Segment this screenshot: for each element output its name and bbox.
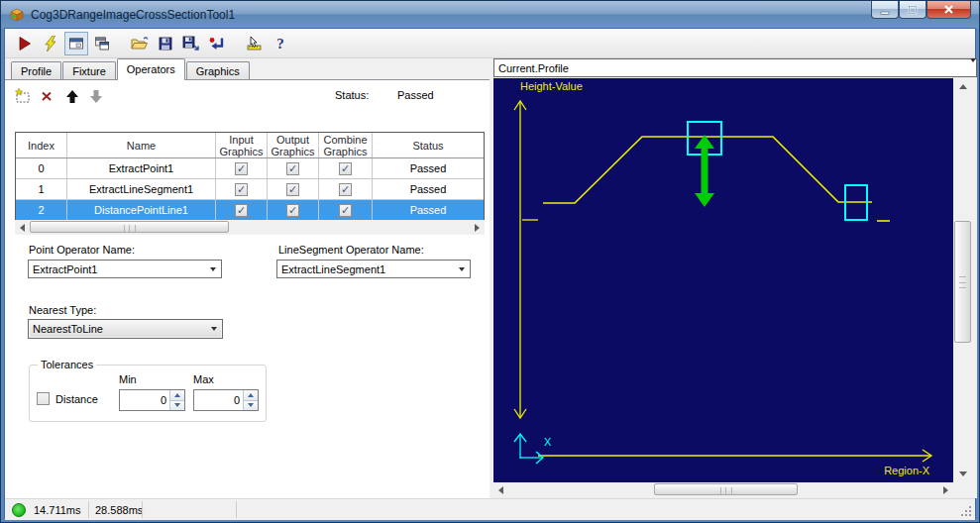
run-button[interactable] <box>13 32 37 55</box>
statusbar-separator <box>88 501 89 518</box>
nearest-type-value: NearestToLine <box>29 323 206 335</box>
combine-graphics-checkbox[interactable]: ✓ <box>339 183 352 196</box>
spin-up-button[interactable] <box>244 390 258 401</box>
maximize-button[interactable] <box>899 1 926 19</box>
minimize-button[interactable] <box>871 1 899 19</box>
row-name: ExtractPoint1 <box>67 158 216 178</box>
scroll-down-arrow[interactable] <box>953 466 973 482</box>
row-name: ExtractLineSegment1 <box>67 179 216 199</box>
linesegment-operator-select[interactable]: ExtractLineSegment1 <box>276 260 471 278</box>
reset-button[interactable] <box>205 32 229 55</box>
tab-operators[interactable]: Operators <box>117 58 185 80</box>
main-toolbar: ? <box>5 29 975 58</box>
distance-arrow[interactable] <box>695 135 714 207</box>
row-status: Passed <box>373 158 484 178</box>
close-button[interactable] <box>926 1 971 19</box>
scroll-thumb[interactable] <box>654 483 798 495</box>
input-graphics-checkbox[interactable]: ✓ <box>235 183 248 196</box>
input-graphics-checkbox[interactable]: ✓ <box>235 162 248 175</box>
min-distance-value: 0 <box>120 390 169 410</box>
combine-graphics-checkbox[interactable]: ✓ <box>339 162 352 175</box>
tolerances-title: Tolerances <box>38 359 96 370</box>
output-graphics-checkbox[interactable]: ✓ <box>286 162 299 175</box>
delete-operator-button[interactable] <box>37 86 56 106</box>
column-header-name[interactable]: Name <box>127 140 156 152</box>
scroll-thumb[interactable] <box>954 221 971 343</box>
run-status-indicator <box>12 503 26 517</box>
scroll-left-arrow[interactable] <box>493 482 508 497</box>
save-as-button[interactable] <box>179 32 203 55</box>
max-distance-value: 0 <box>194 390 243 410</box>
result-window-icon <box>68 36 84 52</box>
open-button[interactable] <box>128 32 152 55</box>
show-result-window-button[interactable] <box>64 32 88 55</box>
scroll-right-arrow[interactable] <box>470 220 485 235</box>
help-icon: ? <box>273 36 287 52</box>
column-header-index[interactable]: Index <box>28 140 54 152</box>
app-icon <box>9 7 25 23</box>
scroll-thumb[interactable] <box>30 221 229 233</box>
add-operator-button[interactable] <box>13 86 33 106</box>
column-header-status[interactable]: Status <box>412 140 443 152</box>
max-distance-spinner[interactable]: 0 <box>193 389 259 411</box>
nearest-type-label: Nearest Type: <box>29 304 96 316</box>
trigger-button[interactable] <box>39 32 62 55</box>
execution-time: 14.711ms <box>34 504 81 516</box>
delete-icon <box>40 89 54 103</box>
profile-plot[interactable]: Height-Value Region-X X <box>493 78 953 482</box>
combine-graphics-checkbox[interactable]: ✓ <box>339 204 352 217</box>
scroll-left-arrow[interactable] <box>15 220 30 235</box>
output-graphics-checkbox[interactable]: ✓ <box>286 204 299 217</box>
output-graphics-checkbox[interactable]: ✓ <box>286 183 299 196</box>
titlebar[interactable]: Cog3DRangeImageCrossSectionTool1 <box>1 1 979 29</box>
new-operator-icon <box>15 88 31 104</box>
status-bar: 14.711ms 28.588ms <box>5 498 975 520</box>
table-row[interactable]: 0 ExtractPoint1 ✓ ✓ ✓ Passed <box>16 158 484 179</box>
minimize-icon <box>879 4 891 16</box>
run-icon <box>17 36 33 52</box>
profile-record-select[interactable]: Current.Profile <box>493 58 977 77</box>
point-operator-select[interactable]: ExtractPoint1 <box>28 260 222 278</box>
column-header-input-graphics[interactable]: Input Graphics <box>219 134 263 157</box>
table-h-scrollbar[interactable] <box>15 220 485 235</box>
table-row-selected[interactable]: 2 DistancePointLine1 ✓ ✓ ✓ Passed <box>16 200 484 221</box>
plot-v-scrollbar[interactable] <box>953 78 973 482</box>
help-button[interactable]: ? <box>269 32 292 55</box>
scroll-right-arrow[interactable] <box>938 482 953 497</box>
move-operator-up-button[interactable] <box>62 86 82 106</box>
open-folder-icon <box>131 36 149 52</box>
spin-up-button[interactable] <box>170 390 184 401</box>
table-row[interactable]: 1 ExtractLineSegment1 ✓ ✓ ✓ Passed <box>16 179 484 200</box>
column-header-output-graphics[interactable]: Output Graphics <box>271 134 314 157</box>
spin-down-button[interactable] <box>244 401 258 411</box>
nearest-type-select[interactable]: NearestToLine <box>28 319 223 339</box>
distance-checkbox[interactable] <box>37 392 50 405</box>
origin-x-label: X <box>544 436 551 448</box>
measure-button[interactable] <box>243 32 267 55</box>
min-distance-spinner[interactable]: 0 <box>119 389 185 411</box>
scroll-up-arrow[interactable] <box>953 78 973 95</box>
move-operator-down-button[interactable] <box>86 86 106 106</box>
operators-table: Index Name Input Graphics Output Graphic… <box>15 132 485 220</box>
tool-window: Cog3DRangeImageCrossSectionTool1 <box>0 0 980 523</box>
arrow-up-icon <box>65 89 79 104</box>
row-index: 1 <box>16 179 67 199</box>
plot-h-scrollbar[interactable] <box>493 482 953 497</box>
column-header-combine-graphics[interactable]: Combine Graphics <box>323 134 367 157</box>
save-icon <box>158 36 173 52</box>
float-window-button[interactable] <box>90 32 114 55</box>
input-graphics-checkbox[interactable]: ✓ <box>235 204 248 217</box>
save-button[interactable] <box>154 32 177 55</box>
total-time: 28.588ms <box>95 504 143 516</box>
spin-down-button[interactable] <box>170 401 184 411</box>
point-operator-value: ExtractPoint1 <box>29 263 205 275</box>
tab-graphics[interactable]: Graphics <box>186 61 250 80</box>
row-status: Passed <box>373 200 484 220</box>
linesegment-operator-value: ExtractLineSegment1 <box>277 263 454 275</box>
window-title: Cog3DRangeImageCrossSectionTool1 <box>31 8 235 22</box>
reset-icon <box>208 36 226 52</box>
resize-grip-icon[interactable] <box>960 505 973 518</box>
tab-fixture[interactable]: Fixture <box>62 61 116 80</box>
tab-profile[interactable]: Profile <box>11 61 61 80</box>
table-header-row: Index Name Input Graphics Output Graphic… <box>16 133 484 158</box>
